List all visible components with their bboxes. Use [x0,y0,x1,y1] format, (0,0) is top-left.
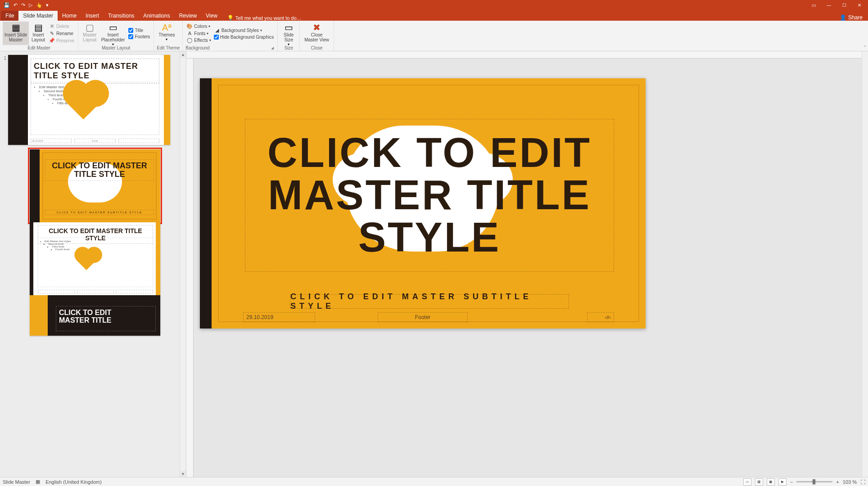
delete-label: Delete [56,24,69,29]
zoom-slider-thumb[interactable] [813,479,815,484]
master-thumb-right-bar [164,55,170,145]
group-label-edit-master: Edit Master [3,45,75,51]
window-controls: ▭ — ☐ ✕ [806,0,867,10]
tab-review[interactable]: Review [175,11,201,21]
background-dialog-launcher[interactable]: ◢ [270,46,275,50]
zoom-in-button[interactable]: + [836,479,839,485]
layout-thumbnail-section-header[interactable]: CLICK TO EDIT MASTER TITLE [30,295,160,336]
title-placeholder[interactable]: CLICK TO EDIT MASTER TITLE STYLE [245,119,614,272]
insert-layout-button[interactable]: ▤ Insert Layout [30,22,47,45]
share-label: Share [848,14,863,21]
bg-styles-label: Background Styles [222,28,259,33]
start-from-beginning-icon[interactable]: ▷ [29,2,32,8]
title-check-input[interactable] [128,28,133,33]
title-checkbox[interactable]: Title [127,27,151,33]
canvas-scrollbar-vertical[interactable] [862,51,868,477]
group-label-close: Close [303,45,331,51]
slide-editor[interactable]: CLICK TO EDIT MASTER TITLE STYLE CLICK T… [200,78,646,328]
placeholder-icon: ▭ [109,22,118,32]
slide-size-button[interactable]: ▭ Slide Size▾ [280,22,297,45]
delete-button[interactable]: ✖Delete [48,23,75,30]
title-check-label: Title [135,28,143,33]
group-label-master-layout: Master Layout [81,45,151,51]
thumb-scroll-down-icon[interactable]: ▼ [180,471,186,477]
qat-more-icon[interactable]: ▾ [46,2,49,8]
undo-icon[interactable]: ↶ [14,2,18,8]
status-language[interactable]: English (United Kingdom) [45,479,102,485]
share-button[interactable]: 👤 Share [840,14,868,21]
rename-label: Rename [56,31,73,36]
zoom-percent[interactable]: 103 % [843,479,857,485]
insert-placeholder-button[interactable]: ▭ Insert Placeholder▾ [99,22,127,45]
rename-button[interactable]: ✎Rename [48,30,75,37]
tell-me-search[interactable]: 💡 Tell me what you want to do… [222,15,302,21]
group-master-layout: ▢ Master Layout ▭ Insert Placeholder▾ Ti… [78,21,154,51]
lightbulb-icon: 💡 [227,15,234,21]
effects-label: Effects [194,38,208,43]
colors-button[interactable]: 🎨Colors▾ [185,23,212,30]
master-thumbnail[interactable]: CLICK TO EDIT MASTER TITLE STYLE Edit Ma… [8,55,170,145]
tab-animations[interactable]: Animations [139,11,174,21]
slide-sorter-view-button[interactable]: ▦ [755,478,763,486]
layout-thumbnail-title-slide[interactable]: CLICK TO EDIT MASTER TITLE STYLE CLICK T… [30,149,160,222]
effects-button[interactable]: ◯Effects▾ [185,37,212,44]
fonts-button[interactable]: AFonts▾ [185,30,212,36]
hide-bg-check-input[interactable] [214,35,219,40]
horizontal-ruler[interactable] [186,51,862,58]
master-thumb-wave-decoration [8,55,24,145]
footers-checkbox[interactable]: Footers [127,34,151,40]
date-placeholder[interactable]: 29.10.2019 [243,312,315,322]
themes-icon: Aª [162,22,172,32]
accessibility-icon[interactable]: ▦ [36,479,40,485]
fit-to-window-button[interactable]: ⛶ [860,479,865,485]
preserve-button[interactable]: 📌Preserve [48,37,75,44]
background-styles-button[interactable]: ◢Background Styles▾ [213,27,275,34]
footers-check-label: Footers [135,34,150,39]
close-master-view-button[interactable]: ✖ Close Master View [303,22,331,45]
master-layout-button[interactable]: ▢ Master Layout [81,22,99,45]
share-icon: 👤 [840,14,846,21]
slide-canvas-area: CLICK TO EDIT MASTER TITLE STYLE CLICK T… [186,51,868,477]
ribbon: ▦ Insert Slide Master ▤ Insert Layout ✖D… [0,21,868,51]
normal-view-button[interactable]: ▭ [743,478,751,486]
close-window-button[interactable]: ✕ [852,0,867,10]
footers-check-input[interactable] [128,34,133,39]
group-background: 🎨Colors▾ AFonts▾ ◯Effects▾ ◢Background S… [183,21,278,51]
footer-placeholder[interactable]: Footer [378,312,468,322]
insert-layout-label: Insert Layout [32,32,45,42]
touch-mode-icon[interactable]: 👆 [36,2,42,8]
collapse-ribbon-icon[interactable]: ˄ [864,45,866,50]
layout3-wave-gold [30,295,48,336]
subtitle-placeholder[interactable]: CLICK TO EDIT MASTER SUBTITLE STYLE [290,294,569,309]
zoom-slider[interactable] [796,481,832,482]
redo-icon[interactable]: ↷ [21,2,25,8]
insert-placeholder-label: Insert Placeholder [101,32,125,42]
preserve-label: Preserve [56,38,74,43]
thumb-scroll-up-icon[interactable]: ▲ [180,51,186,58]
tab-slide-master[interactable]: Slide Master [18,11,58,21]
hide-bg-checkbox[interactable]: Hide Background Graphics [213,34,275,40]
slideshow-view-button[interactable]: ▶ [778,478,787,486]
tab-insert[interactable]: Insert [81,11,104,21]
subtitle-placeholder-text: CLICK TO EDIT MASTER SUBTITLE STYLE [290,292,569,311]
tab-home[interactable]: Home [58,11,81,21]
quick-access-toolbar: 💾 ↶ ↷ ▷ 👆 ▾ [1,2,49,8]
insert-slide-master-button[interactable]: ▦ Insert Slide Master [3,22,29,45]
themes-button[interactable]: Aª Themes▾ [157,22,176,45]
vertical-ruler[interactable] [186,58,194,477]
tab-file[interactable]: File [1,11,18,21]
thumbnail-scrollbar[interactable]: ▲ ▼ [180,51,186,477]
save-icon[interactable]: 💾 [4,2,10,8]
zoom-out-button[interactable]: − [790,479,793,485]
master-thumb-pagenum [118,139,159,143]
minimize-button[interactable]: — [821,0,836,10]
reading-view-button[interactable]: ▣ [767,478,775,486]
ribbon-display-options-icon[interactable]: ▭ [806,0,821,10]
tab-view[interactable]: View [201,11,222,21]
slide-number-placeholder[interactable]: ‹#› [587,312,614,322]
layout-thumbnail-title-content[interactable]: CLICK TO EDIT MASTER TITLE STYLE Edit Ma… [30,222,160,295]
layout-icon: ▤ [34,22,43,32]
maximize-button[interactable]: ☐ [836,0,852,10]
group-edit-theme: Aª Themes▾ Edit Theme [154,21,183,51]
tab-transitions[interactable]: Transitions [104,11,139,21]
